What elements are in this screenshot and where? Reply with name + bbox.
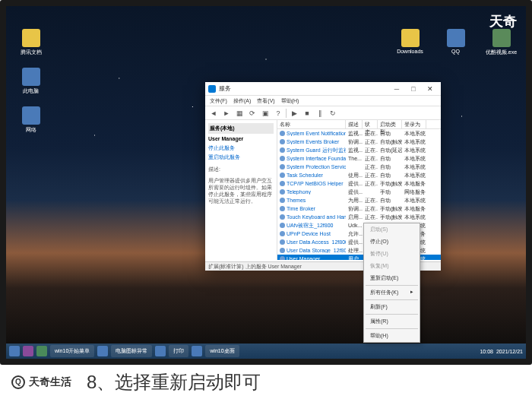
folder-icon xyxy=(22,29,40,47)
stop-button[interactable]: ■ xyxy=(302,108,312,119)
context-menu-item[interactable]: 停止(O) xyxy=(364,236,420,248)
stop-link[interactable]: 停止此服务 xyxy=(208,144,274,152)
maximize-button[interactable]: □ xyxy=(406,84,421,94)
toolbar: ◄ ► ▦ ⟳ ▣ ? ▶ ■ ‖ ↻ xyxy=(205,106,441,120)
context-menu: 启动(S)停止(O)暂停(U)恢复(M)重新启动(E)所有任务(K)▸刷新(F)… xyxy=(363,223,420,343)
service-row[interactable]: Telephony提供...手动网络服务 xyxy=(277,188,441,196)
toolbar-icon[interactable]: ▦ xyxy=(234,108,245,119)
service-row[interactable]: Themes为用...正在...自动本地系统 xyxy=(277,196,441,204)
taskbar-item[interactable]: 打印 xyxy=(169,345,188,357)
refresh-button[interactable]: ⟳ xyxy=(247,108,258,119)
context-menu-item[interactable]: 帮助(H) xyxy=(364,330,420,342)
menu-help[interactable]: 帮助(H) xyxy=(281,97,299,105)
desktop-icon[interactable]: 腾讯文档 xyxy=(14,29,48,56)
desktop-icon[interactable]: 网络 xyxy=(14,106,48,134)
taskbar-icon[interactable] xyxy=(36,346,47,356)
service-row[interactable]: TCP/IP NetBIOS Helper提供...正在...手动(触发...本… xyxy=(277,179,441,188)
watermark: 天奇 xyxy=(489,12,517,30)
desktop-icon[interactable]: Downloads xyxy=(393,29,427,56)
service-row[interactable]: System Protection Service正在...自动本地系统 xyxy=(277,163,441,171)
window-title: 服务 xyxy=(219,84,389,93)
app-icon xyxy=(208,85,216,93)
brand-logo: Q 天奇生活 xyxy=(11,375,71,389)
start-button[interactable] xyxy=(9,346,20,356)
menu-action[interactable]: 操作(A) xyxy=(233,97,251,105)
network-icon xyxy=(22,106,40,125)
context-menu-item[interactable]: 重新启动(E) xyxy=(364,272,420,284)
titlebar[interactable]: 服务 ─ □ ✕ xyxy=(205,82,441,96)
logo-icon: Q xyxy=(11,375,25,389)
col-header[interactable]: 名称 xyxy=(277,120,346,128)
minimize-button[interactable]: ─ xyxy=(389,84,404,94)
service-row[interactable]: System Guard 运行时监视器监视...正在...自动(延迟...本地系… xyxy=(277,146,441,154)
app-icon xyxy=(492,29,511,47)
taskbar-item[interactable]: win10开始菜单 xyxy=(50,345,94,357)
taskbar-icon[interactable] xyxy=(192,346,202,356)
taskbar: win10开始菜单 电脑图标异常 打印 win10桌面 10:08 2021/1… xyxy=(6,344,526,359)
col-header[interactable]: 启动类型 xyxy=(378,120,402,128)
restart-button[interactable]: ↻ xyxy=(328,108,338,119)
desktop-wallpaper: 天奇 腾讯文档 此电脑 网络 Downloads QQ 优酷视频.exe 服务 … xyxy=(6,6,526,359)
taskbar-icon[interactable] xyxy=(155,346,166,356)
qq-icon xyxy=(447,29,465,47)
taskbar-item[interactable]: 电脑图标异常 xyxy=(111,345,152,357)
monitor-frame: 天奇 腾讯文档 此电脑 网络 Downloads QQ 优酷视频.exe 服务 … xyxy=(0,0,532,365)
forward-button[interactable]: ► xyxy=(221,108,232,119)
context-menu-item: 恢复(M) xyxy=(364,260,420,272)
service-row[interactable]: System Events Broker协调...正在...自动(触发...本地… xyxy=(277,138,441,146)
menu-file[interactable]: 文件(F) xyxy=(210,97,227,105)
taskbar-icon[interactable] xyxy=(23,346,33,356)
selected-service: User Manager xyxy=(208,136,274,141)
restart-link[interactable]: 重启动此服务 xyxy=(208,154,274,161)
service-row[interactable]: System Event Notification...监视...正在...自动… xyxy=(277,129,441,138)
service-row[interactable]: System Interface Foundati...The...正在...自… xyxy=(277,154,441,163)
system-tray[interactable]: 10:08 2021/12/21 xyxy=(480,349,523,354)
desktop-icon[interactable]: 此电脑 xyxy=(14,68,48,95)
description-label: 描述: xyxy=(208,166,274,173)
desktop-icons-left: 腾讯文档 此电脑 网络 xyxy=(14,29,48,134)
service-row[interactable]: Task Scheduler使用...正在...自动本地系统 xyxy=(277,171,441,179)
toolbar-icon[interactable]: ▣ xyxy=(260,108,271,119)
context-menu-item[interactable]: 属性(R) xyxy=(364,315,420,328)
context-menu-item[interactable]: 刷新(F) xyxy=(364,301,420,313)
desktop-icons-right: Downloads QQ 优酷视频.exe xyxy=(393,29,518,56)
context-menu-item[interactable]: 所有任务(K)▸ xyxy=(364,287,420,299)
desktop-icon[interactable]: QQ xyxy=(439,29,473,56)
back-button[interactable]: ◄ xyxy=(208,108,219,119)
desktop-icon[interactable]: 优酷视频.exe xyxy=(484,29,518,56)
menu-view[interactable]: 查看(V) xyxy=(257,97,274,105)
context-menu-item: 暂停(U) xyxy=(364,248,420,260)
start-button[interactable]: ▶ xyxy=(289,108,299,119)
caption-text: 8、选择重新启动即可 xyxy=(87,370,261,394)
taskbar-icon[interactable] xyxy=(97,346,108,356)
folder-icon xyxy=(401,29,420,47)
pause-button[interactable]: ‖ xyxy=(315,108,325,119)
caption-bar: Q 天奇生活 8、选择重新启动即可 xyxy=(0,365,532,399)
col-header[interactable]: 状态 xyxy=(363,120,378,128)
help-button[interactable]: ? xyxy=(273,108,283,119)
service-row[interactable]: Time Broker协调...正在...手动(触发...本地服务 xyxy=(277,204,441,213)
menubar: 文件(F) 操作(A) 查看(V) 帮助(H) xyxy=(205,96,441,106)
close-button[interactable]: ✕ xyxy=(423,84,438,94)
context-menu-item: 启动(S) xyxy=(364,223,420,236)
service-row[interactable]: Touch Keyboard and Han...启用...正在...手动(触发… xyxy=(277,213,441,221)
description-text: 用户管理器提供多用户交互所需要的运行时组件。如果停止此服务，某些应用程序可能无法… xyxy=(208,177,274,204)
pane-title: 服务(本地) xyxy=(208,123,274,134)
left-pane: 服务(本地) User Manager 停止此服务 重启动此服务 描述: 用户管… xyxy=(205,120,277,260)
pc-icon xyxy=(22,68,40,86)
col-header[interactable]: 登录为 xyxy=(402,120,426,128)
taskbar-item[interactable]: win10桌面 xyxy=(205,345,239,357)
list-header: 名称 描述 状态 启动类型 登录为 xyxy=(277,120,441,129)
col-header[interactable]: 描述 xyxy=(346,120,363,128)
